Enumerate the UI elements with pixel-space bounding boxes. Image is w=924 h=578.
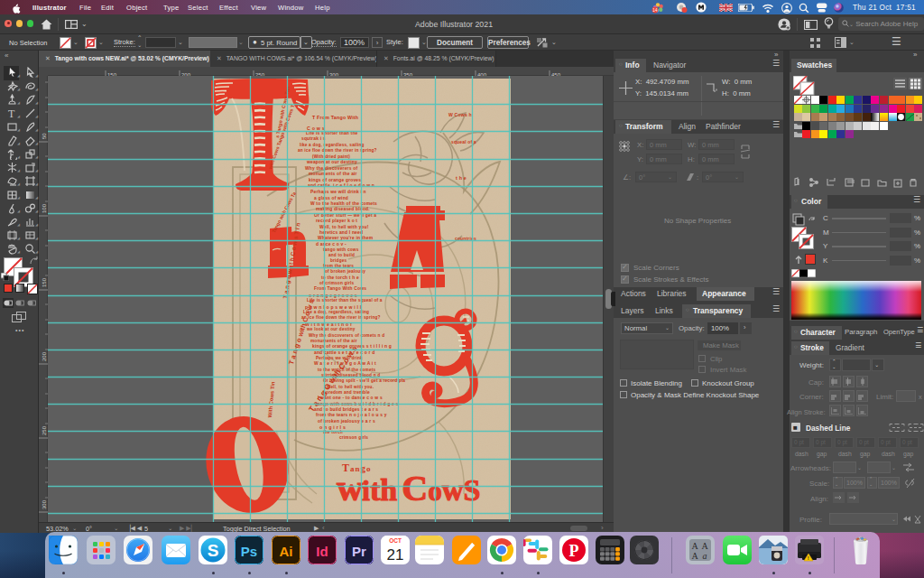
svg-text:P: P [569,542,579,560]
svg-text:Ps: Ps [241,544,257,559]
svg-text:100: 100 [42,203,47,213]
svg-text:Pr: Pr [352,544,366,559]
svg-text:A: A [701,541,708,551]
svg-text:200: 200 [42,351,47,361]
svg-text:A: A [691,541,698,551]
svg-text:Id: Id [316,544,328,559]
svg-text:!: ! [808,555,809,561]
svg-text:T: T [8,107,15,119]
svg-text:250: 250 [42,425,47,435]
svg-text:50: 50 [42,133,47,139]
svg-text:S: S [208,541,219,560]
svg-text:14: 14 [652,8,658,13]
svg-text:300: 300 [42,499,47,509]
svg-text:21: 21 [387,546,404,564]
svg-text:OCT: OCT [389,537,402,544]
svg-text:a: a [703,551,707,561]
svg-text:A: A [691,551,698,561]
svg-text:150: 150 [42,277,47,287]
svg-text:Ai: Ai [280,544,293,559]
